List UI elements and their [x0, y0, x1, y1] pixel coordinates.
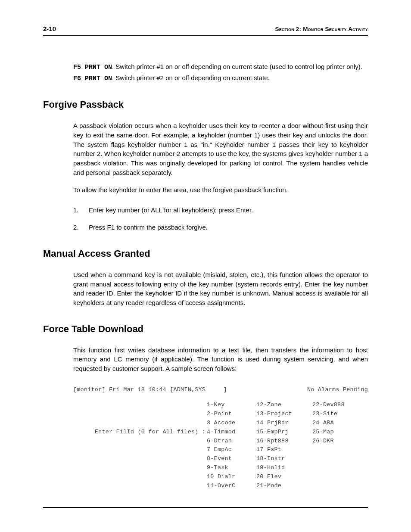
- forgive-steps: 1. Enter key number (or ALL for all keyh…: [73, 205, 368, 232]
- terminal-col1: 3 Accode: [207, 419, 256, 428]
- terminal-col1: 11-OverC: [207, 482, 256, 491]
- terminal-row-prompt: [73, 401, 207, 410]
- force-p1: This function first writes database info…: [73, 345, 368, 373]
- heading-forgive-passback: Forgive Passback: [43, 98, 368, 112]
- terminal-row-cols: 10 Dialr20 Elev: [207, 473, 312, 482]
- f6-text: . Switch printer #2 on or off depending …: [112, 74, 270, 81]
- terminal-row-prompt: [73, 473, 207, 482]
- terminal-col1: 9-Task: [207, 464, 256, 473]
- forgive-body: A passback violation occurs when a keyho…: [73, 121, 368, 232]
- terminal-row-prompt: [73, 410, 207, 419]
- page: 2-10 Section 2: Monitor Security Activit…: [0, 0, 411, 532]
- terminal-col2: 16-Rpt888: [256, 437, 312, 446]
- step-2: 2. Press F1 to confirm the passback forg…: [73, 223, 368, 232]
- forgive-p2: To allow the keyholder to enter the area…: [73, 185, 368, 195]
- terminal-row-prompt: Enter FilId (0 for All files) :: [73, 428, 207, 437]
- terminal-col1: 7 EmpAc: [207, 445, 256, 454]
- terminal-row-prompt: [73, 482, 207, 491]
- terminal-col2: 19-Holid: [256, 464, 312, 473]
- terminal-row-cols: 3 Accode14 PrjRdr24 ABA: [207, 419, 334, 428]
- terminal-row: 1-Key12-Zone22-Dev888: [73, 401, 368, 410]
- terminal-row: 8-Event18-Instr: [73, 454, 368, 464]
- page-header: 2-10 Section 2: Monitor Security Activit…: [43, 24, 368, 36]
- step-1-num: 1.: [73, 205, 89, 215]
- terminal-row-cols: 11-OverC21-Mode: [207, 482, 312, 491]
- terminal-row-prompt: [73, 464, 207, 473]
- terminal-col2: 13-Project: [256, 410, 312, 419]
- terminal-col1: 1-Key: [207, 401, 256, 410]
- heading-manual-access: Manual Access Granted: [43, 247, 368, 261]
- terminal-header: [monitor] Fri Mar 18 10:44 [ADMIN,SYS ] …: [73, 386, 368, 395]
- terminal-col3: 23-Site: [312, 410, 337, 419]
- terminal-col1: 4-Timmod: [207, 428, 256, 437]
- step-1-text: Enter key number (or ALL for all keyhold…: [89, 205, 253, 215]
- terminal-col3: 24 ABA: [312, 419, 334, 428]
- terminal-row-prompt: [73, 437, 207, 446]
- step-2-num: 2.: [73, 223, 89, 232]
- terminal-col3: 22-Dev888: [312, 401, 345, 410]
- section-title: Section 2: Monitor Security Activity: [275, 25, 368, 34]
- terminal-col2: 18-Instr: [256, 454, 312, 464]
- terminal-row: 10 Dialr20 Elev: [73, 473, 368, 482]
- terminal-row: 9-Task19-Holid: [73, 464, 368, 473]
- terminal-col1: 10 Dialr: [207, 473, 256, 482]
- f6-key-label: F6 PRNT ON: [73, 75, 112, 82]
- terminal-col1: 8-Event: [207, 454, 256, 464]
- page-number: 2-10: [43, 24, 56, 34]
- terminal-col2: 15-EmpPrj: [256, 428, 312, 437]
- f5-key-label: F5 PRNT ON: [73, 64, 112, 71]
- terminal-row: 2-Point13-Project23-Site: [73, 410, 368, 419]
- terminal-row-prompt: [73, 445, 207, 454]
- terminal-header-right: No Alarms Pending: [307, 386, 368, 395]
- terminal-row-cols: 8-Event18-Instr: [207, 454, 312, 464]
- heading-force-table: Force Table Download: [43, 322, 368, 336]
- terminal-row-cols: 7 EmpAc17 FsPt: [207, 445, 312, 454]
- terminal-row: Enter FilId (0 for All files) :4-Timmod1…: [73, 428, 368, 437]
- terminal-col1: 2-Point: [207, 410, 256, 419]
- manual-body: Used when a command key is not available…: [73, 270, 368, 308]
- terminal-row-cols: 4-Timmod15-EmpPrj25-Map: [207, 428, 334, 437]
- intro-block: F5 PRNT ON. Switch printer #1 on or off …: [73, 62, 368, 84]
- terminal-row-cols: 1-Key12-Zone22-Dev888: [207, 401, 345, 410]
- terminal-row: 3 Accode14 PrjRdr24 ABA: [73, 419, 368, 428]
- terminal-col2: 12-Zone: [256, 401, 312, 410]
- terminal-col2: 14 PrjRdr: [256, 419, 312, 428]
- terminal-row-cols: 2-Point13-Project23-Site: [207, 410, 337, 419]
- terminal-row: 7 EmpAc17 FsPt: [73, 445, 368, 454]
- terminal-row: 6-Dtran16-Rpt88826-DKR: [73, 437, 368, 446]
- terminal-screenshot: [monitor] Fri Mar 18 10:44 [ADMIN,SYS ] …: [73, 386, 368, 491]
- terminal-col1: 6-Dtran: [207, 437, 256, 446]
- f5-line: F5 PRNT ON. Switch printer #1 on or off …: [73, 62, 368, 72]
- terminal-col2: 20 Elev: [256, 473, 312, 482]
- force-body: This function first writes database info…: [73, 345, 368, 373]
- terminal-body: 1-Key12-Zone22-Dev8882-Point13-Project23…: [73, 401, 368, 491]
- step-2-text: Press F1 to confirm the passback forgive…: [89, 223, 208, 232]
- footer-rule: [43, 507, 368, 508]
- terminal-row-cols: 9-Task19-Holid: [207, 464, 312, 473]
- step-1: 1. Enter key number (or ALL for all keyh…: [73, 205, 368, 215]
- terminal-col3: 26-DKR: [312, 437, 334, 446]
- terminal-row-prompt: [73, 454, 207, 464]
- f5-text: . Switch printer #1 on or off depending …: [112, 63, 362, 70]
- terminal-row-cols: 6-Dtran16-Rpt88826-DKR: [207, 437, 334, 446]
- forgive-p1: A passback violation occurs when a keyho…: [73, 121, 368, 177]
- terminal-col2: 21-Mode: [256, 482, 312, 491]
- f6-line: F6 PRNT ON. Switch printer #2 on or off …: [73, 73, 368, 84]
- terminal-col2: 17 FsPt: [256, 445, 312, 454]
- terminal-row-prompt: [73, 419, 207, 428]
- manual-p1: Used when a command key is not available…: [73, 270, 368, 308]
- terminal-col3: 25-Map: [312, 428, 334, 437]
- terminal-header-left: [monitor] Fri Mar 18 10:44 [ADMIN,SYS ]: [73, 386, 227, 395]
- terminal-row: 11-OverC21-Mode: [73, 482, 368, 491]
